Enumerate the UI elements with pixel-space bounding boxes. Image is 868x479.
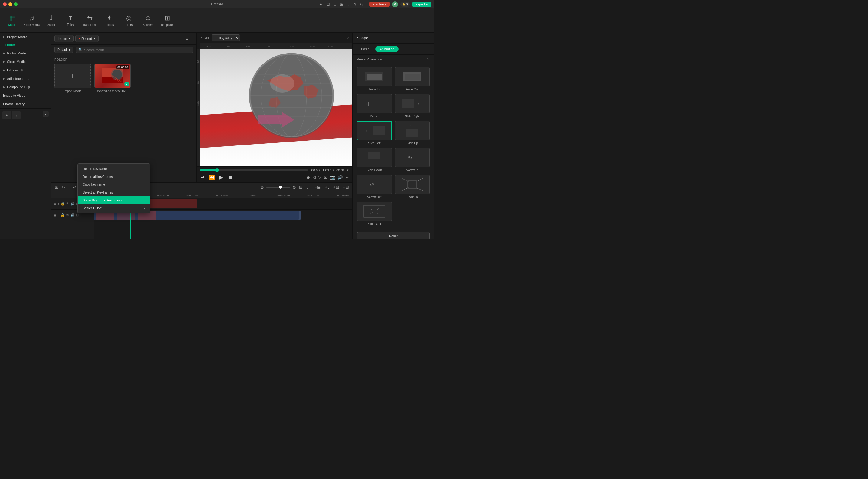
anim-item-pause[interactable]: →|→ Pause <box>357 94 392 118</box>
play-button[interactable]: ▶ <box>219 174 223 180</box>
track-eye-icon[interactable]: 👁 <box>66 213 69 217</box>
video-thumb[interactable]: 00:00:06 ✓ <box>94 64 131 88</box>
account-icon[interactable]: ⊡ <box>326 2 330 7</box>
minimize-button[interactable] <box>8 2 12 6</box>
sidebar-item-photos-library[interactable]: Photos Library <box>0 100 51 108</box>
close-button[interactable] <box>3 2 7 6</box>
toolbar-item-transitions[interactable]: ⇆ Transitions <box>81 10 99 31</box>
sidebar-item-influence-kit[interactable]: ▶ Influence Kit <box>0 66 51 74</box>
swap-icon[interactable]: ⇆ <box>360 2 363 7</box>
import-media-item[interactable]: + Import Media <box>55 64 91 93</box>
sidebar-item-compound-clip[interactable]: ▶ Compound Clip <box>0 83 51 91</box>
filter-icon[interactable]: ≡ <box>186 36 188 41</box>
zoom-out-timeline-button[interactable]: ⊖ <box>259 184 265 191</box>
keyframe-button[interactable]: ◆ <box>307 175 310 180</box>
ctx-delete-keyframe[interactable]: Delete keyframe <box>78 165 150 173</box>
import-thumb[interactable]: + <box>55 64 91 88</box>
progress-bar[interactable] <box>200 169 308 171</box>
sort-select[interactable]: Default ▾ <box>55 46 73 53</box>
undo-button[interactable]: ↩ <box>72 184 77 191</box>
fullscreen-icon[interactable]: ⤢ <box>346 36 349 40</box>
reset-button[interactable]: Reset <box>357 232 430 240</box>
stop-button[interactable]: ⏹ <box>227 174 232 180</box>
settings-icon[interactable]: ✦ <box>319 2 322 7</box>
video-media-item[interactable]: 00:00:06 ✓ WhatsApp Video 202... <box>94 64 131 93</box>
tab-animation[interactable]: Animation <box>375 46 399 52</box>
download-icon[interactable]: ↓ <box>347 2 349 7</box>
next-keyframe-button[interactable]: ▷ <box>318 175 321 180</box>
sidebar-item-project-media[interactable]: ▶ Project Media <box>0 33 51 41</box>
anim-item-vortex-in[interactable]: ↻ Vortex In <box>395 148 430 172</box>
track-audio-icon[interactable]: 🔊 <box>70 213 75 217</box>
expand-button[interactable]: ∨ <box>427 57 430 61</box>
zoom-out-button[interactable]: ↔ <box>345 175 349 180</box>
toolbar-item-templates[interactable]: ⊞ Templates <box>158 10 177 31</box>
grid-timeline-button[interactable]: ⊞ <box>298 184 304 191</box>
toolbar-item-stock-media[interactable]: ♬ Stock Media <box>22 10 41 31</box>
anim-item-zoom-in[interactable]: Zoom In <box>395 175 430 199</box>
toolbar-item-audio[interactable]: ♩ Audio <box>42 10 61 31</box>
add-video-track-button[interactable]: +▣ <box>314 184 322 191</box>
toolbar-item-titles[interactable]: T Titles <box>61 10 80 31</box>
sidebar-folder-label[interactable]: Folder <box>0 41 51 49</box>
user-avatar[interactable]: V <box>392 1 398 7</box>
track-audio-icon[interactable]: 🔊 <box>70 202 75 206</box>
sidebar-item-image-to-video[interactable]: Image to Video <box>0 91 51 100</box>
toolbar-item-stickers[interactable]: ☺ Stickers <box>138 10 157 31</box>
step-back-button[interactable]: ⏪ <box>209 174 215 180</box>
monitor-icon[interactable]: □ <box>334 2 336 7</box>
quality-select[interactable]: Full Quality <box>212 34 240 41</box>
toolbar-item-effects[interactable]: ✦ Effects <box>100 10 119 31</box>
clip-to-playhead-button[interactable]: ⊡ <box>324 175 328 180</box>
zoom-slider[interactable] <box>266 186 290 188</box>
progress-thumb[interactable] <box>215 168 219 172</box>
grid-icon[interactable]: ⊞ <box>340 2 343 7</box>
collapse-panel-button[interactable]: ‹ <box>43 111 49 117</box>
record-button[interactable]: ● Record ▾ <box>75 35 98 42</box>
skip-back-button[interactable]: ⏮ <box>200 174 205 180</box>
import-folder-button[interactable]: ↑ <box>12 111 21 119</box>
toolbar-item-media[interactable]: ▦ Media <box>3 10 22 31</box>
more-timeline-button[interactable]: ⋮ <box>305 184 311 191</box>
track-lock-icon[interactable]: 🔒 <box>61 202 65 206</box>
split-button[interactable]: ✂ <box>61 184 67 191</box>
prev-keyframe-button[interactable]: ◁ <box>312 175 316 180</box>
add-track-button[interactable]: ⊞ <box>54 184 59 191</box>
ctx-show-keyframe-animation[interactable]: Show Keyframe Animation <box>78 196 150 204</box>
ctx-bezier-curve[interactable]: Bezier Curve › <box>78 204 150 212</box>
more-options-icon[interactable]: ··· <box>190 36 193 41</box>
headset-icon[interactable]: ♫ <box>353 2 356 7</box>
maximize-button[interactable] <box>14 2 18 6</box>
track-settings-icon[interactable]: ⊡ <box>76 213 79 217</box>
ctx-copy-keyframe[interactable]: Copy keyframe <box>78 180 150 189</box>
anim-item-vortex-out[interactable]: ↺ Vortex Out <box>357 175 392 199</box>
ctx-select-all-keyframes[interactable]: Select all Keyframes <box>78 189 150 196</box>
track-lock-icon[interactable]: 🔒 <box>61 213 65 217</box>
snapshot-button[interactable]: 📷 <box>330 175 335 180</box>
sidebar-item-cloud-media[interactable]: ▶ Cloud Media <box>0 58 51 66</box>
anim-item-slide-up[interactable]: ↑ Slide Up <box>395 121 430 145</box>
add-overlay-track-button[interactable]: +⊡ <box>332 184 340 191</box>
zoom-in-timeline-button[interactable]: ⊕ <box>291 184 297 191</box>
anim-item-fade-in[interactable]: Fade In <box>357 67 392 91</box>
sidebar-item-global-media[interactable]: ▶ Global Media <box>0 49 51 58</box>
tab-basic[interactable]: Basic <box>357 46 373 52</box>
export-button[interactable]: Export ▾ <box>412 1 431 7</box>
grid-view-icon[interactable]: ⊞ <box>341 36 344 40</box>
ctx-delete-all-keyframes[interactable]: Delete all keyframes <box>78 173 150 180</box>
anim-item-fade-out[interactable]: Fade Out <box>395 67 430 91</box>
anim-item-slide-left[interactable]: ← Slide Left <box>357 121 392 145</box>
new-folder-button[interactable]: + <box>2 111 11 119</box>
purchase-button[interactable]: Purchase <box>369 1 389 7</box>
search-input[interactable] <box>84 48 191 52</box>
anim-item-zoom-out[interactable]: Zoom Out <box>357 202 392 226</box>
anim-item-slide-right[interactable]: → Slide Right <box>395 94 430 118</box>
audio-button[interactable]: 🔊 <box>337 175 343 180</box>
toolbar-item-filters[interactable]: ◎ Filters <box>119 10 138 31</box>
track-eye-icon[interactable]: 👁 <box>66 202 69 206</box>
import-button[interactable]: Import ▾ <box>55 35 73 42</box>
sidebar-item-adjustment[interactable]: ▶ Adjustment L... <box>0 74 51 83</box>
anim-item-slide-down[interactable]: ↓ Slide Down <box>357 148 392 172</box>
add-compound-button[interactable]: +⊞ <box>342 184 350 191</box>
add-audio-track-button[interactable]: +♩ <box>324 184 330 191</box>
